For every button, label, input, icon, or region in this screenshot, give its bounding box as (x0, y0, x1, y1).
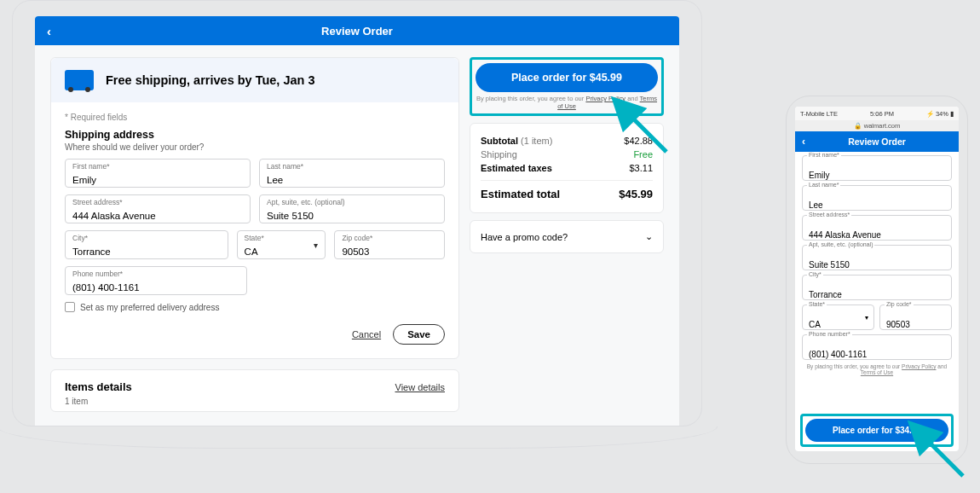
required-note: * Required fields (65, 113, 445, 122)
url-bar: 🔒 walmart.com (795, 120, 959, 131)
phone-device: T-Mobile LTE 5:06 PM ⚡ 34% ▮ 🔒 walmart.c… (786, 96, 968, 464)
place-order-button[interactable]: Place order for $45.99 (476, 63, 658, 92)
save-button[interactable]: Save (393, 324, 445, 345)
first-name-input[interactable] (72, 175, 243, 185)
phone-input[interactable] (72, 282, 239, 293)
first-name-field[interactable]: First name* (65, 159, 251, 188)
street-field[interactable]: Street address* (65, 194, 251, 223)
street-field[interactable]: Street address* (802, 215, 952, 241)
svg-line-0 (629, 114, 666, 152)
carrier-label: T-Mobile LTE (800, 110, 838, 118)
truck-icon (65, 70, 94, 90)
back-icon[interactable]: ‹ (47, 24, 51, 38)
state-field[interactable]: State* ▾ (237, 230, 326, 259)
items-card: Items details View details 1 item (50, 369, 459, 412)
apt-field[interactable]: Apt, suite, etc. (optional) (802, 245, 952, 270)
phone-field[interactable]: Phone number* (65, 266, 247, 295)
cancel-button[interactable]: Cancel (352, 329, 381, 339)
taxes-value: $3.11 (629, 163, 653, 173)
street-input[interactable] (72, 211, 243, 221)
header-bar: ‹ Review Order (35, 16, 679, 45)
last-name-input[interactable] (267, 175, 437, 185)
preferred-address-checkbox[interactable]: Set as my preferred delivery address (65, 302, 445, 312)
zip-field[interactable]: Zip code* (879, 304, 952, 330)
callout-arrow (624, 109, 675, 164)
chevron-down-icon: ⌄ (645, 231, 653, 242)
laptop-base (0, 426, 718, 449)
apt-input[interactable] (267, 211, 437, 221)
back-icon[interactable]: ‹ (802, 136, 805, 148)
city-field[interactable]: City* (65, 230, 228, 259)
items-heading: Items details (65, 380, 132, 393)
last-name-field[interactable]: Last name* (259, 159, 445, 188)
last-name-field[interactable]: Last name* (802, 185, 952, 211)
promo-row[interactable]: Have a promo code? ⌄ (470, 220, 664, 253)
shipping-banner-text: Free shipping, arrives by Tue, Jan 3 (106, 73, 315, 87)
city-input[interactable] (72, 246, 221, 257)
first-name-field[interactable]: First name* (802, 155, 952, 181)
svg-line-1 (925, 438, 963, 476)
battery-label: ⚡ 34% ▮ (926, 110, 954, 118)
section-subtitle: Where should we deliver your order? (65, 142, 445, 152)
section-title: Shipping address (65, 129, 445, 141)
items-count: 1 item (65, 397, 445, 406)
checkbox-icon[interactable] (65, 302, 75, 312)
agree-text: By placing this order, you agree to our … (476, 95, 658, 110)
callout-arrow (920, 433, 971, 488)
chevron-down-icon: ▾ (314, 241, 318, 250)
clock-label: 5:06 PM (870, 110, 894, 118)
agree-text: By placing this order, you agree to our … (802, 363, 952, 375)
apt-field[interactable]: Apt, suite, etc. (optional) (259, 194, 445, 223)
place-order-highlight: Place order for $45.99 By placing this o… (470, 57, 664, 116)
state-input[interactable] (245, 246, 319, 257)
total-value: $45.99 (619, 188, 653, 200)
city-field[interactable]: City* (802, 275, 952, 300)
zip-field[interactable]: Zip code* (334, 230, 445, 259)
phone-field[interactable]: Phone number* (802, 334, 952, 360)
view-details-link[interactable]: View details (395, 382, 446, 392)
phone-header: ‹ Review Order (795, 131, 959, 152)
zip-input[interactable] (342, 246, 437, 257)
state-field[interactable]: State* ▾ (802, 304, 874, 330)
chevron-down-icon: ▾ (865, 314, 868, 322)
laptop-device: ‹ Review Order Free shipping, arrives by… (12, 0, 702, 449)
page-title: Review Order (848, 136, 906, 147)
lock-icon: 🔒 (854, 122, 862, 130)
shipping-card: Free shipping, arrives by Tue, Jan 3 * R… (50, 57, 459, 359)
status-bar: T-Mobile LTE 5:06 PM ⚡ 34% ▮ (795, 107, 959, 120)
page-title: Review Order (321, 25, 393, 38)
